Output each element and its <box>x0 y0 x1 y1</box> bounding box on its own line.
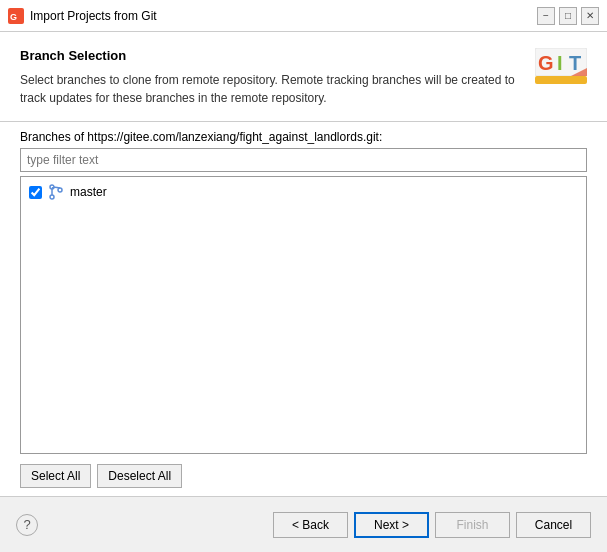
branch-icon <box>48 184 64 200</box>
svg-text:I: I <box>557 52 563 74</box>
cancel-button[interactable]: Cancel <box>516 512 591 538</box>
title-bar: G Import Projects from Git − □ ✕ <box>0 0 607 32</box>
back-button[interactable]: < Back <box>273 512 348 538</box>
dialog-body: Branch Selection Select branches to clon… <box>0 32 607 496</box>
svg-rect-6 <box>535 76 587 84</box>
finish-button: Finish <box>435 512 510 538</box>
window-title: Import Projects from Git <box>30 9 537 23</box>
deselect-all-button[interactable]: Deselect All <box>97 464 182 488</box>
footer-buttons: < Back Next > Finish Cancel <box>273 512 591 538</box>
minimize-button[interactable]: − <box>537 7 555 25</box>
header-row: Branch Selection Select branches to clon… <box>20 48 587 119</box>
help-button[interactable]: ? <box>16 514 38 536</box>
svg-text:G: G <box>538 52 554 74</box>
select-buttons: Select All Deselect All <box>20 454 587 496</box>
repo-label: Branches of https://gitee.com/lanzexiang… <box>20 130 587 144</box>
branch-checkbox[interactable] <box>29 186 42 199</box>
select-all-button[interactable]: Select All <box>20 464 91 488</box>
window-controls: − □ ✕ <box>537 7 599 25</box>
header-text: Branch Selection Select branches to clon… <box>20 48 527 119</box>
branch-item: master <box>21 181 586 203</box>
svg-point-9 <box>50 195 54 199</box>
next-button[interactable]: Next > <box>354 512 429 538</box>
svg-point-10 <box>58 188 62 192</box>
window-icon: G <box>8 8 24 24</box>
svg-text:G: G <box>10 12 17 22</box>
branch-list: master <box>20 176 587 454</box>
svg-text:T: T <box>569 52 581 74</box>
git-logo: G I T <box>535 48 587 84</box>
maximize-button[interactable]: □ <box>559 7 577 25</box>
branch-name: master <box>70 185 107 199</box>
filter-input[interactable] <box>20 148 587 172</box>
close-button[interactable]: ✕ <box>581 7 599 25</box>
description-text: Select branches to clone from remote rep… <box>20 71 527 107</box>
footer-bar: ? < Back Next > Finish Cancel <box>0 496 607 552</box>
section-title: Branch Selection <box>20 48 527 63</box>
